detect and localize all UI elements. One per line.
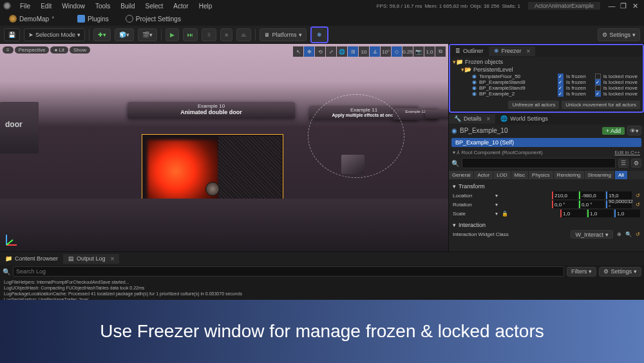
play-options-button[interactable]: ⏭ — [183, 28, 198, 41]
chevron-down-icon[interactable]: ▾ — [495, 202, 498, 208]
menu-help[interactable]: Help — [194, 1, 217, 11]
log-search-input[interactable] — [13, 266, 564, 277]
close-icon[interactable]: × — [111, 255, 115, 262]
marketplace-button[interactable]: 🧊▾ — [115, 28, 134, 41]
tab-output-log[interactable]: ▤Output Log× — [63, 254, 119, 264]
filters-button[interactable]: Filters ▾ — [567, 267, 597, 277]
snap-scale-val[interactable]: 0.25 — [402, 46, 413, 57]
snap-angle-val[interactable]: 10° — [381, 46, 391, 57]
tab-demomap[interactable]: DemoMap * — [4, 14, 59, 24]
freezer-item[interactable]: ◉BP_ExampleStand8✓Is frozen✓Is locked mo… — [453, 79, 640, 85]
transform-scale-icon[interactable]: ⤢ — [326, 46, 336, 57]
cat-rendering[interactable]: Rendering — [554, 171, 585, 179]
frozen-check[interactable]: ✓ — [558, 74, 564, 79]
browse-button[interactable]: 👁▾ — [627, 126, 641, 135]
tab-outliner[interactable]: ≣Outliner — [450, 46, 489, 55]
perspective-button[interactable]: Perspective — [15, 46, 50, 54]
menu-tools[interactable]: Tools — [91, 1, 115, 11]
tree-level[interactable]: ▾📂PersistentLevel — [453, 66, 640, 74]
log-settings-button[interactable]: ⚙ Settings ▾ — [599, 267, 641, 277]
save-button[interactable]: 💾 — [4, 28, 20, 41]
selection-mode-button[interactable]: ➤ Selection Mode ▾ — [24, 28, 85, 41]
filter-icon[interactable]: ☰ — [618, 159, 629, 168]
scale-z[interactable]: 1,0 — [614, 210, 640, 217]
play-button[interactable]: ▶ — [166, 28, 179, 41]
locked-check[interactable] — [595, 85, 601, 91]
frozen-check[interactable]: ✓ — [558, 91, 564, 97]
tab-details[interactable]: 🔧Details× — [449, 114, 495, 124]
transform-rotate-icon[interactable]: ⟲ — [315, 46, 325, 57]
tab-world-settings[interactable]: 🌐World Settings — [495, 114, 553, 123]
snap-scale-icon[interactable]: ◇ — [392, 46, 402, 57]
location-y[interactable]: -980,0 — [579, 191, 605, 199]
snap-angle-icon[interactable]: ∡ — [370, 46, 380, 57]
frozen-check[interactable]: ✓ — [558, 79, 564, 85]
menu-select[interactable]: Select — [141, 1, 168, 11]
transform-move-icon[interactable]: ✥ — [304, 46, 314, 57]
window-minimize-icon[interactable]: — — [608, 2, 616, 10]
settings-button[interactable]: ⚙ Settings ▾ — [598, 28, 640, 41]
details-search-input[interactable] — [462, 158, 616, 168]
viewport-maximize-icon[interactable]: ⧉ — [435, 46, 446, 57]
cat-misc[interactable]: Misc — [511, 171, 529, 179]
rotation-x[interactable]: 0,0 ° — [552, 201, 578, 208]
window-close-icon[interactable]: ✕ — [631, 2, 639, 10]
chevron-down-icon[interactable]: ▾ — [495, 193, 498, 199]
cat-actor[interactable]: Actor — [474, 171, 493, 179]
viewport[interactable]: ≡ Perspective ● Lit Show ↖ ✥ ⟲ ⤢ 🌐 ⊞ 10 … — [0, 44, 448, 251]
close-icon[interactable]: × — [527, 48, 531, 55]
reset-icon[interactable]: ↺ — [636, 202, 640, 208]
cat-lod[interactable]: LOD — [493, 171, 511, 179]
freezer-item[interactable]: ◉BP_ExampleStand9✓Is frozenIs locked mov… — [453, 85, 640, 91]
menu-actor[interactable]: Actor — [169, 1, 193, 11]
cat-physics[interactable]: Physics — [529, 171, 554, 179]
snap-grid-val[interactable]: 10 — [359, 46, 369, 57]
platforms-button[interactable]: 🖥 Platforms ▾ — [260, 28, 306, 41]
close-icon[interactable]: × — [487, 115, 491, 123]
rotation-z[interactable]: 90,000032 ° — [606, 201, 632, 208]
cat-streaming[interactable]: Streaming — [585, 171, 615, 179]
menu-edit[interactable]: Edit — [36, 1, 56, 11]
menu-build[interactable]: Build — [116, 1, 139, 11]
snap-grid-icon[interactable]: ⊞ — [348, 46, 358, 57]
chevron-down-icon[interactable]: ▾ — [495, 211, 498, 217]
reset-icon[interactable]: ↺ — [636, 231, 640, 237]
section-header[interactable]: ▾Interaction — [453, 221, 640, 230]
menu-window[interactable]: Window — [57, 1, 90, 11]
stop-button[interactable]: ■ — [220, 28, 232, 41]
cat-general[interactable]: General — [449, 171, 474, 179]
eject-button[interactable]: ⏏ — [236, 28, 251, 41]
locked-check[interactable] — [595, 74, 601, 79]
add-component-button[interactable]: + Add — [602, 127, 625, 135]
browse-icon[interactable]: 🔍 — [625, 231, 632, 237]
section-header[interactable]: ▾Transform — [453, 182, 640, 191]
cat-all[interactable]: All — [615, 171, 628, 179]
use-icon[interactable]: ⊕ — [617, 231, 621, 237]
tree-root[interactable]: ▾📁Frozen objects — [453, 58, 640, 66]
freezer-item[interactable]: ◉BP_Example_2✓Is frozen✓Is locked move — [453, 91, 640, 97]
locked-check[interactable]: ✓ — [595, 79, 601, 85]
transform-select-icon[interactable]: ↖ — [293, 46, 303, 57]
rotation-y[interactable]: 0,0 ° — [579, 201, 605, 208]
add-content-button[interactable]: ✚▾ — [93, 28, 111, 41]
viewport-menu-button[interactable]: ≡ — [3, 46, 14, 54]
cinematics-button[interactable]: 🎬▾ — [138, 28, 157, 41]
freezer-button[interactable]: ❄ — [312, 28, 327, 41]
settings-icon[interactable]: ⚙ — [631, 159, 641, 168]
window-maximize-icon[interactable]: ❐ — [620, 2, 627, 10]
locked-check[interactable]: ✓ — [595, 91, 601, 97]
camera-speed-icon[interactable]: 📷 — [413, 46, 424, 57]
tab-freezer[interactable]: ❄Freezer× — [489, 46, 536, 56]
scale-x[interactable]: 1,0 — [560, 210, 586, 217]
scale-y[interactable]: 1,0 — [587, 210, 613, 217]
tab-plugins[interactable]: Plugins — [72, 14, 114, 24]
pause-button[interactable]: ⏸ — [202, 28, 216, 41]
location-x[interactable]: 210,0 — [552, 191, 578, 199]
lock-icon[interactable]: 🔒 — [502, 211, 508, 217]
component-self[interactable]: BP_Example_10 (Self) — [451, 138, 641, 147]
edit-cpp-link[interactable]: Edit in C++ — [614, 150, 640, 155]
unfreeze-button[interactable]: Unfreeze all actors — [508, 101, 559, 109]
lit-button[interactable]: ● Lit — [50, 46, 68, 54]
reset-icon[interactable]: ↺ — [636, 193, 640, 199]
show-button[interactable]: Show — [70, 46, 90, 54]
